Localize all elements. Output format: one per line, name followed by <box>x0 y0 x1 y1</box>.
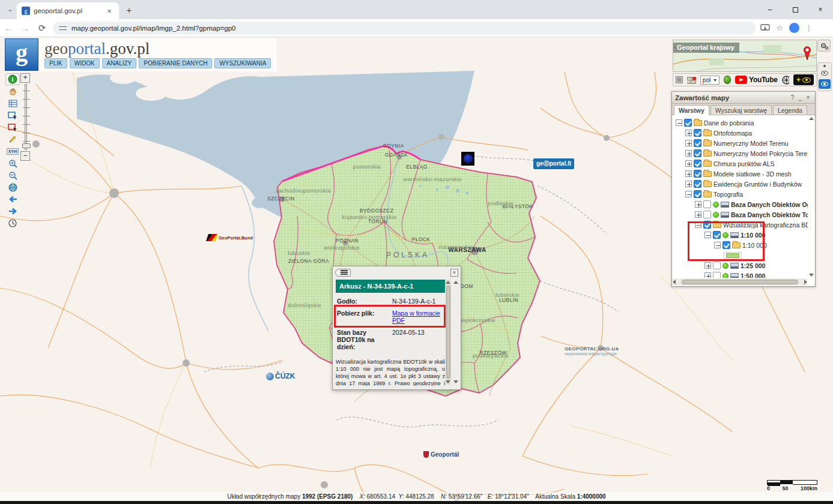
popup-close-button[interactable]: × <box>450 269 458 277</box>
geoportal-sk-logo[interactable]: Geoportál <box>423 451 459 458</box>
back-icon[interactable]: ← <box>0 23 17 33</box>
previous-view-button[interactable] <box>5 193 20 205</box>
window-close-button[interactable]: × <box>808 0 833 19</box>
geoportal-lt-logo[interactable]: geⓞportal.lt <box>533 158 574 169</box>
layer-row[interactable] <box>672 250 808 260</box>
layer-checkbox[interactable] <box>694 170 701 178</box>
layer-row[interactable]: Dane do pobrania <box>672 118 808 128</box>
geoportal-logo[interactable]: g <box>5 38 38 71</box>
new-tab-button[interactable]: + <box>124 5 135 16</box>
menu-widok[interactable]: WIDOK <box>70 58 100 68</box>
font-medium-button[interactable] <box>821 71 828 76</box>
layer-row[interactable]: 1:25 000 <box>672 260 808 271</box>
layer-checkbox[interactable] <box>694 129 701 137</box>
bookmark-star-icon[interactable]: ☆ <box>776 23 783 32</box>
zoom-slider-handle[interactable] <box>22 143 31 148</box>
forward-icon[interactable]: → <box>17 23 34 33</box>
install-icon[interactable] <box>760 24 770 32</box>
layer-checkbox[interactable] <box>694 160 701 167</box>
browser-tab[interactable]: g geoportal.gov.pl × <box>17 2 119 19</box>
expand-icon[interactable] <box>685 130 692 136</box>
layer-row[interactable]: Numeryczny Model Terenu <box>672 138 808 148</box>
collapse-icon[interactable] <box>704 232 711 238</box>
menu-pobieranie-danych[interactable]: POBIERANIE DANYCH <box>139 58 212 68</box>
settings-gears-button[interactable] <box>817 40 831 52</box>
menu-analizy[interactable]: ANALIZY <box>102 58 137 68</box>
cuzk-logo[interactable]: ČÚZK <box>266 372 295 380</box>
layer-row[interactable]: Ewidencja Gruntów i Budynków <box>672 179 808 189</box>
layer-row[interactable]: Chmura punktów ALS <box>672 158 808 169</box>
layer-checkbox[interactable] <box>703 211 711 218</box>
tab-legenda[interactable]: Legenda <box>773 105 807 115</box>
layer-row[interactable]: 1:10 000 <box>672 240 808 250</box>
tab-close-icon[interactable]: × <box>105 7 114 16</box>
expand-icon[interactable] <box>695 201 701 208</box>
tab-wyszukaj-warstwę[interactable]: Wyszukaj warstwę <box>710 105 772 115</box>
layer-checkbox[interactable] <box>703 221 711 229</box>
popup-outer-scrollbar[interactable] <box>453 280 459 385</box>
identify-tool-button[interactable]: i <box>5 73 20 85</box>
menu-wyszukiwania[interactable]: WYSZUKIWANIA <box>214 58 271 68</box>
expand-icon[interactable] <box>685 181 692 187</box>
pan-tool-button[interactable] <box>5 85 20 97</box>
history-clock-button[interactable] <box>5 217 20 229</box>
menu-plik[interactable]: PLIK <box>44 58 67 68</box>
layer-checkbox[interactable] <box>694 180 701 188</box>
expand-icon[interactable] <box>685 140 692 146</box>
layer-checkbox[interactable] <box>703 200 711 208</box>
layer-checkbox[interactable] <box>694 190 701 198</box>
layer-checkbox[interactable] <box>713 262 721 269</box>
layer-row[interactable]: Numeryczny Model Pokrycia Terenu <box>672 148 808 158</box>
panel-close-button[interactable]: × <box>804 94 812 101</box>
layer-checkbox[interactable] <box>722 241 730 249</box>
layer-checkbox[interactable] <box>684 119 692 127</box>
layer-row[interactable]: Modele siatkowe - 3D mesh <box>672 169 808 179</box>
select-rectangle-button[interactable] <box>5 109 20 121</box>
popup-list-button[interactable] <box>335 269 351 277</box>
expand-icon[interactable] <box>685 160 692 167</box>
grid-icon[interactable] <box>676 76 683 83</box>
geoportal-bund-logo[interactable]: GeoPortal.Bund <box>207 234 253 241</box>
full-extent-button[interactable] <box>5 181 20 193</box>
site-settings-icon[interactable] <box>59 25 67 31</box>
layer-checkbox[interactable] <box>713 231 721 239</box>
window-maximize-button[interactable] <box>783 0 808 19</box>
layer-row[interactable]: Baza Danych Obiektów Ogólnogeogr <box>672 199 808 209</box>
basemap-switch-icon[interactable] <box>687 76 696 84</box>
expand-icon[interactable] <box>704 272 711 278</box>
panel-minimize-button[interactable]: _ <box>796 94 804 101</box>
overview-minimap[interactable]: Geoportal krajowy <box>673 40 817 72</box>
layer-checkbox[interactable] <box>713 272 721 278</box>
language-select[interactable]: pol▼ <box>700 76 719 85</box>
font-small-button[interactable] <box>823 65 826 67</box>
window-minimize-button[interactable]: – <box>757 0 783 19</box>
zoom-in-tool-button[interactable] <box>5 157 20 169</box>
layer-row[interactable]: Ortofotomapa <box>672 128 808 138</box>
expand-icon[interactable] <box>704 262 711 269</box>
layer-row[interactable]: Baza Danych Obiektów Topograficzn <box>672 209 808 220</box>
collapse-icon[interactable] <box>685 191 692 197</box>
youtube-button[interactable]: YouTube <box>735 76 777 84</box>
font-large-button-active[interactable] <box>819 79 831 89</box>
zoom-out-tool-button[interactable] <box>5 169 20 181</box>
layer-row[interactable]: Wizualizacja kartograficzna BDOT10k <box>672 220 808 230</box>
menu-kebab-icon[interactable]: ⋮ <box>805 24 813 32</box>
popup-scrollbar[interactable] <box>445 280 451 385</box>
accessibility-wheel-icon[interactable] <box>782 76 789 85</box>
layers-panel-header[interactable]: Zawartość mapy ? _ × <box>672 92 815 104</box>
layer-checkbox[interactable] <box>694 139 701 147</box>
tab-warstwy[interactable]: Warstwy <box>674 105 709 115</box>
download-pdf-link[interactable]: Mapa w formacie PDF <box>392 310 444 324</box>
globe-green-icon[interactable] <box>724 76 731 84</box>
collapse-icon[interactable] <box>676 119 682 126</box>
selected-sheet-marker[interactable] <box>461 152 474 166</box>
collapse-icon[interactable] <box>695 221 701 228</box>
tree-vertical-scrollbar[interactable] <box>808 117 814 277</box>
tab-search-chevron-icon[interactable]: ⌄ <box>5 4 16 15</box>
xyh-coordinates-button[interactable]: XYH <box>5 145 20 157</box>
expand-icon[interactable] <box>685 150 692 157</box>
deselect-rectangle-button[interactable] <box>5 121 20 133</box>
draw-tool-button[interactable] <box>5 133 20 145</box>
layer-row[interactable]: 1:10 000 <box>672 230 808 240</box>
attribute-table-button[interactable] <box>5 97 20 109</box>
